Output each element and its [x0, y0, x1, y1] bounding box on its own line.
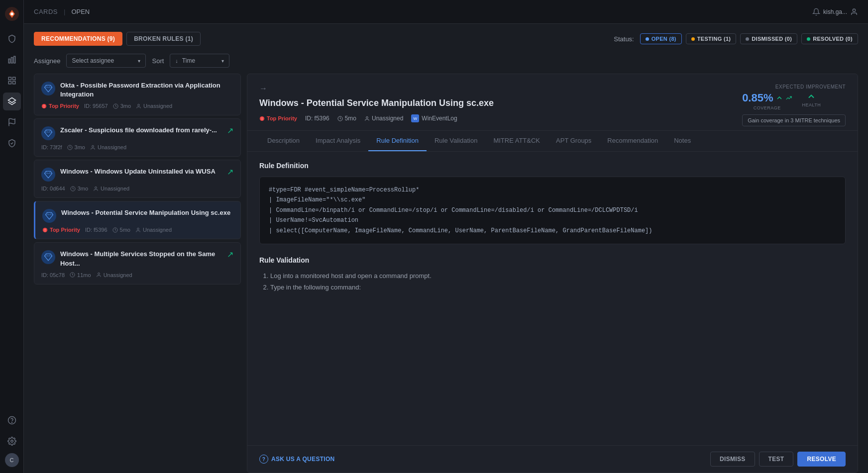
svg-point-21	[92, 145, 94, 147]
sidebar-icon-shield2[interactable]	[3, 134, 21, 152]
tab-impact-analysis[interactable]: Impact Analysis	[308, 131, 368, 151]
card-header: Zscaler - Suspicious file downloaded fro…	[41, 126, 233, 140]
health-val: HEALTH	[802, 92, 821, 107]
app-logo[interactable]	[4, 6, 20, 22]
list-item[interactable]: Windows - Windows Update Uninstalled via…	[34, 160, 241, 198]
list-item[interactable]: Windows - Potential Service Manipulation…	[34, 201, 241, 239]
clock-icon	[112, 227, 118, 233]
detail-age: 5mo	[337, 115, 356, 122]
user-avatar[interactable]: C	[5, 453, 19, 467]
detail-clock-icon	[337, 116, 343, 121]
status-open[interactable]: OPEN (8)	[640, 33, 682, 44]
gain-coverage-button[interactable]: Gain coverage in 3 MITRE techniques	[742, 114, 846, 126]
validation-list: Log into a monitored host and open a com…	[259, 270, 846, 293]
sidebar-icon-shield[interactable]	[3, 30, 21, 48]
list-item[interactable]: Windows - Multiple Services Stopped on t…	[34, 242, 241, 284]
status-dismissed-label: DISMISSED (0)	[752, 36, 792, 42]
coverage-number: 0.85%	[742, 92, 792, 104]
bell-icon[interactable]	[812, 8, 820, 16]
card-icon	[42, 209, 56, 223]
card-meta: ID: 05c78 11mo Unassigned	[41, 272, 233, 278]
improvement-label: EXPECTED IMPROVEMENT	[742, 84, 846, 90]
id-meta: ID: 95657	[84, 103, 108, 109]
sidebar-bottom: C	[3, 411, 21, 467]
card-age: 3mo	[120, 103, 131, 109]
topbar-user: kish.ga...	[812, 8, 858, 16]
dismiss-button[interactable]: DISMISS	[710, 452, 755, 467]
svg-rect-3	[11, 58, 12, 63]
tab-apt-groups[interactable]: APT Groups	[548, 131, 599, 151]
id-meta: ID: f5396	[85, 227, 108, 233]
sidebar-icon-chart[interactable]	[3, 51, 21, 69]
sort-arrow-icon: ↓	[175, 58, 178, 64]
age-meta: 3mo	[67, 144, 85, 150]
sort-select[interactable]: ↓ Time ▾	[170, 54, 229, 68]
card-header: Windows - Windows Update Uninstalled via…	[41, 167, 233, 182]
list-item: Log into a monitored host and open a com…	[270, 270, 846, 282]
svg-point-26	[45, 231, 45, 231]
card-icon	[41, 168, 55, 182]
test-button[interactable]: TEST	[759, 452, 794, 467]
detail-panel: → Windows - Potential Service Manipulati…	[247, 74, 858, 473]
card-header: Windows - Potential Service Manipulation…	[42, 208, 233, 223]
detail-header: → Windows - Potential Service Manipulati…	[247, 74, 858, 131]
sidebar-icon-question[interactable]	[3, 411, 21, 429]
ask-question-button[interactable]: ? ASK US A QUESTION	[259, 455, 335, 464]
assignee-meta: Unassigned	[90, 144, 126, 150]
sidebar-icon-layers[interactable]	[3, 93, 21, 110]
status-testing-label: TESTING (1)	[697, 36, 731, 42]
coverage-val: 0.85% COVERAGE	[742, 92, 792, 110]
card-title: Windows - Multiple Services Stopped on t…	[60, 250, 222, 268]
tab-notes[interactable]: Notes	[666, 131, 699, 151]
card-icon	[41, 82, 55, 95]
assignee-meta: Unassigned	[135, 227, 172, 233]
clock-icon	[113, 103, 118, 109]
user-meta-icon	[93, 186, 99, 191]
coverage-value: 0.85%	[742, 92, 773, 104]
tab-rule-definition[interactable]: Rule Definition	[368, 131, 427, 151]
tab-recommendation[interactable]: Recommendation	[599, 131, 666, 151]
svg-point-35	[366, 116, 368, 118]
card-assignee: Unassigned	[143, 103, 172, 109]
sidebar-icon-flag[interactable]	[3, 113, 21, 131]
trend-icon: ↗	[227, 126, 233, 135]
card-id: ID: 0d644	[41, 186, 65, 191]
user-icon	[850, 8, 858, 16]
card-id: ID: 95657	[84, 103, 108, 109]
detail-tabs: Description Impact Analysis Rule Definit…	[247, 131, 858, 152]
tab-broken-rules[interactable]: BROKEN RULES (1)	[126, 32, 201, 46]
health-arrow-icon	[806, 92, 816, 101]
tab-mitre-attack[interactable]: MITRE ATT&CK	[485, 131, 548, 151]
tab-recommendations[interactable]: RECOMMENDATIONS (9)	[34, 32, 122, 46]
status-testing[interactable]: TESTING (1)	[686, 33, 736, 44]
detail-user-icon	[364, 116, 370, 121]
list-item[interactable]: Zscaler - Suspicious file downloaded fro…	[34, 118, 241, 157]
assignee-chevron-icon: ▾	[138, 58, 140, 64]
card-icon	[41, 250, 55, 264]
card-assignee: Unassigned	[98, 144, 126, 150]
status-dismissed[interactable]: DISMISSED (0)	[740, 33, 797, 44]
card-meta: Top Priority ID: 95657 3mo Unassigned	[41, 103, 233, 109]
age-meta: 5mo	[112, 227, 130, 233]
detail-source-label: WinEventLog	[422, 115, 457, 122]
sort-filter-label: Sort	[152, 57, 164, 65]
main-area: CARDS | OPEN kish.ga... RECOMMENDATIONS …	[24, 0, 868, 473]
tab-description[interactable]: Description	[259, 131, 308, 151]
status-resolved[interactable]: RESOLVED (0)	[801, 33, 858, 44]
tab-rule-validation[interactable]: Rule Validation	[427, 131, 485, 151]
list-item[interactable]: Okta - Possible Password Extraction via …	[34, 74, 241, 115]
detail-assignee: Unassigned	[364, 115, 403, 122]
resolve-button[interactable]: RESOLVE	[797, 452, 846, 467]
sidebar-icon-grid[interactable]	[3, 72, 21, 90]
topbar-right: kish.ga...	[812, 8, 858, 16]
card-meta: ID: 73f2f 3mo Unassigned	[41, 144, 233, 150]
clock-icon	[70, 272, 75, 278]
sidebar-icon-gear[interactable]	[3, 432, 21, 450]
card-assignee: Unassigned	[143, 227, 172, 233]
assignee-meta: Unassigned	[96, 272, 132, 278]
detail-id-label: ID: f5396	[305, 115, 329, 122]
user-meta-icon	[136, 103, 141, 109]
assignee-select[interactable]: Select assignee ▾	[66, 54, 146, 68]
coverage-arrow-icon	[775, 94, 783, 102]
priority-icon	[42, 227, 48, 233]
